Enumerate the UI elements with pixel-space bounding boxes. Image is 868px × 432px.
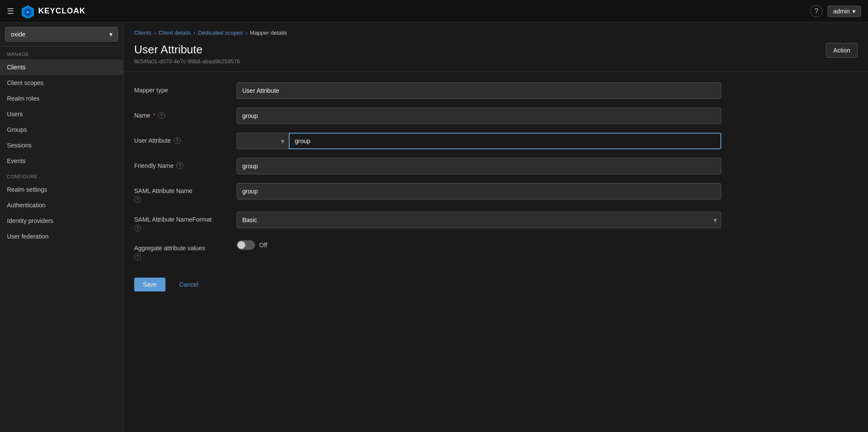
sidebar-item-groups-label: Groups [7,126,27,133]
user-label: admin [833,8,850,15]
name-required: * [153,112,155,119]
form-container: Mapper type Name * ? U [124,72,732,302]
save-button[interactable]: Save [134,278,165,291]
breadcrumb: Clients › Client details › Dedicated sco… [124,23,868,39]
breadcrumb-mapper-details: Mapper details [250,29,287,36]
aggregate-toggle-container: Off [237,240,721,250]
breadcrumb-sep-2: › [194,29,195,36]
breadcrumb-sep-1: › [154,29,156,36]
breadcrumb-dedicated-scopes[interactable]: Dedicated scopes [198,29,243,36]
page-header: User Attribute 8c54fa01-d070-4e7c-99b8-a… [124,39,868,72]
user-attr-input[interactable] [289,133,721,149]
sidebar-item-user-federation-label: User federation [7,233,49,240]
aggregate-row: Aggregate attribute values ? Off [134,240,721,260]
mapper-type-input [237,82,721,99]
user-menu[interactable]: admin ▾ [828,6,861,17]
saml-attr-format-control: Basic URI Reference Unspecified ▾ [237,212,721,228]
name-label: Name * ? [134,108,230,119]
user-attr-row: User Attribute ? ▾ [134,133,721,149]
sidebar-item-user-federation[interactable]: User federation [0,229,123,244]
keycloak-logo-icon [21,4,35,18]
configure-section-label: Configure [0,169,123,182]
sidebar-item-identity-providers[interactable]: Identity providers [0,213,123,229]
manage-section-label: Manage [0,46,123,59]
sidebar-item-sessions-label: Sessions [7,142,32,149]
user-attr-dropdown-wrapper: ▾ [237,133,289,149]
sidebar-item-clients[interactable]: Clients [0,59,123,75]
saml-attr-format-help-icon[interactable]: ? [134,225,141,232]
saml-attr-name-control [237,183,721,200]
user-attr-help-icon[interactable]: ? [174,137,181,144]
sidebar: oxide ▾ Manage Clients Client scopes Rea… [0,23,124,432]
sidebar-item-users[interactable]: Users [0,106,123,122]
mapper-type-row: Mapper type [134,82,721,99]
logo-text: KEYCLOAK [38,7,86,16]
breadcrumb-client-details[interactable]: Client details [158,29,191,36]
sidebar-item-groups[interactable]: Groups [0,122,123,137]
main-layout: oxide ▾ Manage Clients Client scopes Rea… [0,23,868,432]
sidebar-item-authentication-label: Authentication [7,202,46,209]
form-actions: Save Cancel [134,269,721,291]
sidebar-item-identity-providers-label: Identity providers [7,217,53,224]
cancel-button[interactable]: Cancel [172,278,205,291]
page-title: User Attribute [134,43,240,56]
sidebar-item-authentication[interactable]: Authentication [0,197,123,213]
sidebar-item-clients-label: Clients [7,64,26,71]
sidebar-item-users-label: Users [7,111,23,118]
saml-attr-format-label: SAML Attribute NameFormat ? [134,212,230,232]
aggregate-toggle-label: Off [259,242,267,249]
logo: KEYCLOAK [21,4,86,18]
aggregate-control: Off [237,240,721,250]
sidebar-item-realm-roles[interactable]: Realm roles [0,91,123,106]
saml-attr-name-label: SAML Attribute Name ? [134,183,230,203]
realm-chevron-icon: ▾ [109,31,112,38]
saml-attr-name-help-icon[interactable]: ? [134,196,141,203]
user-attr-dropdown[interactable] [237,133,289,149]
name-help-icon[interactable]: ? [158,112,165,119]
sidebar-item-realm-settings[interactable]: Realm settings [0,182,123,197]
aggregate-help-icon[interactable]: ? [134,253,141,260]
saml-attr-format-row: SAML Attribute NameFormat ? Basic URI Re… [134,212,721,232]
sidebar-item-realm-roles-label: Realm roles [7,95,40,102]
friendly-name-row: Friendly Name ? [134,158,721,174]
page-subtitle: 8c54fa01-d070-4e7c-99b8-abaa9b259576 [134,58,240,65]
saml-attr-format-select[interactable]: Basic URI Reference Unspecified [237,212,721,228]
friendly-name-help-icon[interactable]: ? [176,162,183,169]
name-control [237,108,721,124]
sidebar-item-events-label: Events [7,157,26,164]
friendly-name-input[interactable] [237,158,721,174]
help-icon: ? [814,7,818,15]
saml-attr-name-input[interactable] [237,183,721,200]
user-attr-control: ▾ [237,133,721,149]
mapper-type-control [237,82,721,99]
aggregate-toggle[interactable] [237,240,255,250]
sidebar-item-client-scopes-label: Client scopes [7,79,43,86]
sidebar-item-sessions[interactable]: Sessions [0,137,123,153]
name-input[interactable] [237,108,721,124]
realm-dropdown[interactable]: oxide ▾ [5,27,118,42]
saml-attr-name-row: SAML Attribute Name ? [134,183,721,203]
help-button[interactable]: ? [810,5,822,17]
user-attr-label: User Attribute ? [134,133,230,144]
action-button[interactable]: Action [826,43,858,58]
mapper-type-label: Mapper type [134,82,230,94]
aggregate-label: Aggregate attribute values ? [134,240,230,260]
navbar: ☰ KEYCLOAK ? admin ▾ [0,0,868,23]
sidebar-item-realm-settings-label: Realm settings [7,186,47,193]
realm-name: oxide [11,31,25,38]
hamburger-menu[interactable]: ☰ [7,7,14,16]
user-chevron-icon: ▾ [852,8,855,15]
realm-selector: oxide ▾ [0,23,123,46]
breadcrumb-sep-3: › [245,29,247,36]
content-area: Clients › Client details › Dedicated sco… [124,23,868,432]
friendly-name-control [237,158,721,174]
breadcrumb-clients[interactable]: Clients [134,29,152,36]
sidebar-item-client-scopes[interactable]: Client scopes [0,75,123,91]
sidebar-item-events[interactable]: Events [0,153,123,169]
svg-point-3 [26,11,29,13]
page-title-group: User Attribute 8c54fa01-d070-4e7c-99b8-a… [134,43,240,65]
friendly-name-label: Friendly Name ? [134,158,230,169]
name-row: Name * ? [134,108,721,124]
